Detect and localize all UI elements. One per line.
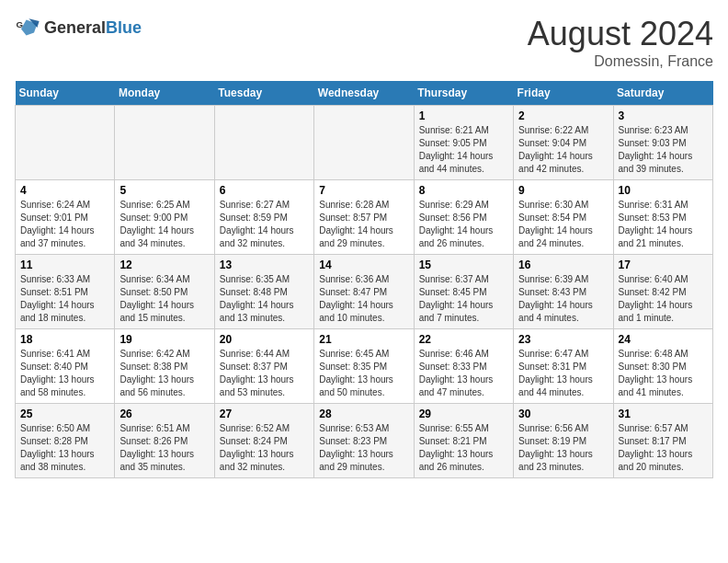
- calendar-cell: [16, 106, 115, 180]
- day-detail: Sunrise: 6:37 AM Sunset: 8:45 PM Dayligh…: [419, 273, 508, 325]
- calendar-cell: 19Sunrise: 6:42 AM Sunset: 8:38 PM Dayli…: [115, 329, 214, 404]
- day-number: 27: [220, 408, 309, 420]
- calendar-cell: 26Sunrise: 6:51 AM Sunset: 8:26 PM Dayli…: [115, 404, 214, 478]
- day-detail: Sunrise: 6:42 AM Sunset: 8:38 PM Dayligh…: [119, 348, 209, 399]
- calendar-cell: 9Sunrise: 6:30 AM Sunset: 8:54 PM Daylig…: [514, 180, 613, 255]
- day-header-saturday: Saturday: [613, 81, 712, 106]
- day-detail: Sunrise: 6:45 AM Sunset: 8:35 PM Dayligh…: [319, 348, 408, 399]
- day-detail: Sunrise: 6:30 AM Sunset: 8:54 PM Dayligh…: [518, 199, 608, 250]
- day-detail: Sunrise: 6:52 AM Sunset: 8:24 PM Dayligh…: [220, 422, 309, 474]
- day-header-wednesday: Wednesday: [314, 81, 414, 106]
- day-number: 25: [20, 408, 109, 420]
- day-detail: Sunrise: 6:44 AM Sunset: 8:37 PM Dayligh…: [220, 348, 309, 399]
- day-number: 11: [20, 259, 109, 271]
- day-detail: Sunrise: 6:31 AM Sunset: 8:53 PM Dayligh…: [619, 199, 708, 250]
- day-number: 2: [518, 109, 608, 122]
- logo-blue: Blue: [106, 18, 142, 37]
- calendar-cell: 2Sunrise: 6:22 AM Sunset: 9:04 PM Daylig…: [514, 106, 613, 180]
- day-detail: Sunrise: 6:21 AM Sunset: 9:05 PM Dayligh…: [419, 124, 508, 176]
- day-number: 18: [20, 333, 109, 346]
- day-number: 12: [119, 259, 209, 271]
- day-number: 20: [220, 333, 309, 346]
- day-detail: Sunrise: 6:36 AM Sunset: 8:47 PM Dayligh…: [319, 273, 408, 325]
- day-number: 10: [619, 184, 708, 197]
- day-detail: Sunrise: 6:39 AM Sunset: 8:43 PM Dayligh…: [518, 273, 608, 325]
- day-detail: Sunrise: 6:40 AM Sunset: 8:42 PM Dayligh…: [619, 273, 708, 325]
- calendar-cell: 1Sunrise: 6:21 AM Sunset: 9:05 PM Daylig…: [414, 106, 513, 180]
- calendar-cell: 24Sunrise: 6:48 AM Sunset: 8:30 PM Dayli…: [613, 329, 712, 404]
- day-detail: Sunrise: 6:35 AM Sunset: 8:48 PM Dayligh…: [220, 273, 309, 325]
- title-area: August 2024 Domessin, France: [528, 15, 713, 70]
- calendar-cell: 29Sunrise: 6:55 AM Sunset: 8:21 PM Dayli…: [414, 404, 513, 478]
- calendar-cell: [314, 106, 414, 180]
- day-detail: Sunrise: 6:41 AM Sunset: 8:40 PM Dayligh…: [20, 348, 109, 399]
- day-number: 13: [220, 259, 309, 271]
- calendar-cell: 25Sunrise: 6:50 AM Sunset: 8:28 PM Dayli…: [16, 404, 115, 478]
- calendar-cell: 6Sunrise: 6:27 AM Sunset: 8:59 PM Daylig…: [214, 180, 313, 255]
- day-detail: Sunrise: 6:23 AM Sunset: 9:03 PM Dayligh…: [619, 124, 708, 176]
- calendar-cell: [115, 106, 214, 180]
- day-header-thursday: Thursday: [414, 81, 513, 106]
- calendar-week-5: 25Sunrise: 6:50 AM Sunset: 8:28 PM Dayli…: [16, 404, 713, 478]
- calendar-cell: 13Sunrise: 6:35 AM Sunset: 8:48 PM Dayli…: [214, 255, 313, 329]
- calendar-header-row: SundayMondayTuesdayWednesdayThursdayFrid…: [16, 81, 713, 106]
- calendar-cell: 8Sunrise: 6:29 AM Sunset: 8:56 PM Daylig…: [414, 180, 513, 255]
- day-detail: Sunrise: 6:28 AM Sunset: 8:57 PM Dayligh…: [319, 199, 408, 250]
- calendar-cell: 16Sunrise: 6:39 AM Sunset: 8:43 PM Dayli…: [514, 255, 613, 329]
- day-number: 14: [319, 259, 408, 271]
- day-header-sunday: Sunday: [16, 81, 115, 106]
- day-detail: Sunrise: 6:27 AM Sunset: 8:59 PM Dayligh…: [220, 199, 309, 250]
- day-detail: Sunrise: 6:55 AM Sunset: 8:21 PM Dayligh…: [419, 422, 508, 474]
- calendar-cell: 3Sunrise: 6:23 AM Sunset: 9:03 PM Daylig…: [613, 106, 712, 180]
- logo-general: General: [44, 18, 106, 37]
- calendar-cell: 20Sunrise: 6:44 AM Sunset: 8:37 PM Dayli…: [214, 329, 313, 404]
- day-number: 26: [119, 408, 209, 420]
- calendar-week-2: 4Sunrise: 6:24 AM Sunset: 9:01 PM Daylig…: [16, 180, 713, 255]
- day-number: 16: [518, 259, 608, 271]
- day-number: 9: [518, 184, 608, 197]
- calendar-cell: 18Sunrise: 6:41 AM Sunset: 8:40 PM Dayli…: [16, 329, 115, 404]
- day-number: 3: [619, 109, 708, 122]
- day-number: 22: [419, 333, 508, 346]
- day-number: 8: [419, 184, 508, 197]
- calendar-week-1: 1Sunrise: 6:21 AM Sunset: 9:05 PM Daylig…: [16, 106, 713, 180]
- day-detail: Sunrise: 6:48 AM Sunset: 8:30 PM Dayligh…: [619, 348, 708, 399]
- calendar-week-3: 11Sunrise: 6:33 AM Sunset: 8:51 PM Dayli…: [16, 255, 713, 329]
- calendar-cell: 15Sunrise: 6:37 AM Sunset: 8:45 PM Dayli…: [414, 255, 513, 329]
- day-detail: Sunrise: 6:46 AM Sunset: 8:33 PM Dayligh…: [419, 348, 508, 399]
- day-number: 7: [319, 184, 408, 197]
- logo-icon: G: [15, 15, 40, 40]
- day-detail: Sunrise: 6:53 AM Sunset: 8:23 PM Dayligh…: [319, 422, 408, 474]
- day-number: 5: [119, 184, 209, 197]
- day-number: 30: [518, 408, 608, 420]
- calendar-cell: [214, 106, 313, 180]
- calendar-table: SundayMondayTuesdayWednesdayThursdayFrid…: [15, 81, 713, 478]
- day-detail: Sunrise: 6:51 AM Sunset: 8:26 PM Dayligh…: [119, 422, 209, 474]
- calendar-cell: 28Sunrise: 6:53 AM Sunset: 8:23 PM Dayli…: [314, 404, 414, 478]
- day-detail: Sunrise: 6:25 AM Sunset: 9:00 PM Dayligh…: [119, 199, 209, 250]
- calendar-cell: 27Sunrise: 6:52 AM Sunset: 8:24 PM Dayli…: [214, 404, 313, 478]
- subtitle: Domessin, France: [528, 53, 713, 70]
- logo: G GeneralBlue: [15, 15, 142, 40]
- header: G GeneralBlue August 2024 Domessin, Fran…: [15, 15, 713, 70]
- day-number: 21: [319, 333, 408, 346]
- day-detail: Sunrise: 6:33 AM Sunset: 8:51 PM Dayligh…: [20, 273, 109, 325]
- day-detail: Sunrise: 6:24 AM Sunset: 9:01 PM Dayligh…: [20, 199, 109, 250]
- calendar-cell: 23Sunrise: 6:47 AM Sunset: 8:31 PM Dayli…: [514, 329, 613, 404]
- calendar-cell: 22Sunrise: 6:46 AM Sunset: 8:33 PM Dayli…: [414, 329, 513, 404]
- day-number: 28: [319, 408, 408, 420]
- calendar-cell: 17Sunrise: 6:40 AM Sunset: 8:42 PM Dayli…: [613, 255, 712, 329]
- day-number: 29: [419, 408, 508, 420]
- calendar-cell: 5Sunrise: 6:25 AM Sunset: 9:00 PM Daylig…: [115, 180, 214, 255]
- day-header-friday: Friday: [514, 81, 613, 106]
- day-number: 24: [619, 333, 708, 346]
- calendar-cell: 30Sunrise: 6:56 AM Sunset: 8:19 PM Dayli…: [514, 404, 613, 478]
- day-detail: Sunrise: 6:34 AM Sunset: 8:50 PM Dayligh…: [119, 273, 209, 325]
- calendar-cell: 12Sunrise: 6:34 AM Sunset: 8:50 PM Dayli…: [115, 255, 214, 329]
- calendar-week-4: 18Sunrise: 6:41 AM Sunset: 8:40 PM Dayli…: [16, 329, 713, 404]
- logo-text: GeneralBlue: [44, 18, 142, 38]
- calendar-cell: 21Sunrise: 6:45 AM Sunset: 8:35 PM Dayli…: [314, 329, 414, 404]
- day-number: 15: [419, 259, 508, 271]
- main-title: August 2024: [528, 15, 713, 53]
- calendar-cell: 4Sunrise: 6:24 AM Sunset: 9:01 PM Daylig…: [16, 180, 115, 255]
